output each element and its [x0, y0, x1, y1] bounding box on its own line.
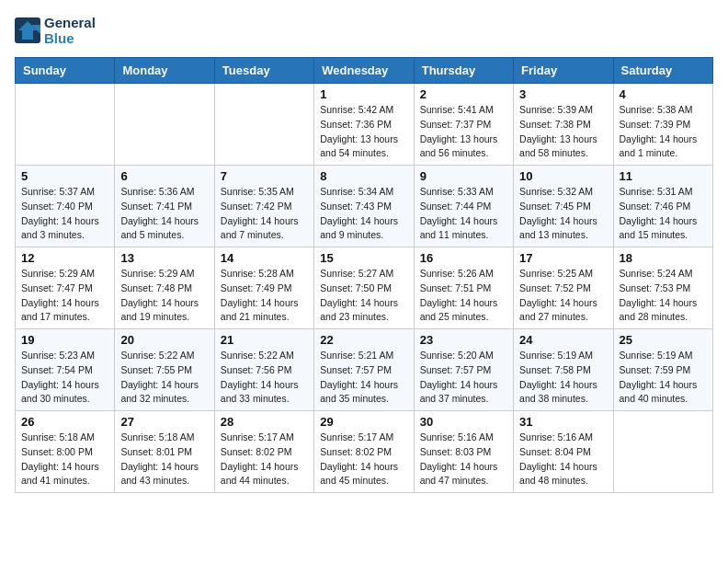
day-of-week-header: Sunday [16, 58, 115, 84]
logo-line1: General [44, 15, 96, 30]
day-number: 22 [320, 333, 407, 347]
day-number: 5 [21, 169, 108, 183]
day-info: Sunrise: 5:33 AM Sunset: 7:44 PM Dayligh… [420, 185, 507, 243]
calendar: SundayMondayTuesdayWednesdayThursdayFrid… [15, 57, 713, 493]
day-info: Sunrise: 5:29 AM Sunset: 7:47 PM Dayligh… [21, 267, 108, 325]
calendar-cell: 10Sunrise: 5:32 AM Sunset: 7:45 PM Dayli… [514, 166, 613, 247]
day-info: Sunrise: 5:21 AM Sunset: 7:57 PM Dayligh… [320, 349, 407, 407]
day-info: Sunrise: 5:34 AM Sunset: 7:43 PM Dayligh… [320, 185, 407, 243]
day-number: 23 [420, 333, 507, 347]
calendar-cell: 15Sunrise: 5:27 AM Sunset: 7:50 PM Dayli… [314, 247, 414, 329]
day-number: 29 [320, 415, 407, 429]
logo-icon [15, 17, 40, 43]
calendar-cell: 7Sunrise: 5:35 AM Sunset: 7:42 PM Daylig… [214, 166, 313, 247]
calendar-cell: 1Sunrise: 5:42 AM Sunset: 7:36 PM Daylig… [314, 84, 414, 166]
day-number: 10 [519, 169, 607, 183]
day-number: 7 [221, 169, 308, 183]
day-number: 1 [320, 87, 407, 101]
day-info: Sunrise: 5:24 AM Sunset: 7:53 PM Dayligh… [620, 267, 707, 325]
day-number: 16 [420, 251, 507, 265]
calendar-cell: 2Sunrise: 5:41 AM Sunset: 7:37 PM Daylig… [414, 84, 513, 166]
day-number: 11 [620, 169, 707, 183]
day-of-week-header: Tuesday [214, 58, 313, 84]
page-header: General Blue [15, 15, 713, 46]
calendar-cell: 25Sunrise: 5:19 AM Sunset: 7:59 PM Dayli… [613, 329, 712, 411]
calendar-cell: 5Sunrise: 5:37 AM Sunset: 7:40 PM Daylig… [16, 166, 115, 247]
calendar-cell: 18Sunrise: 5:24 AM Sunset: 7:53 PM Dayli… [613, 247, 712, 329]
calendar-cell: 14Sunrise: 5:28 AM Sunset: 7:49 PM Dayli… [214, 247, 313, 329]
day-number: 14 [221, 251, 308, 265]
calendar-cell: 26Sunrise: 5:18 AM Sunset: 8:00 PM Dayli… [16, 411, 115, 493]
day-number: 12 [21, 251, 108, 265]
calendar-cell: 9Sunrise: 5:33 AM Sunset: 7:44 PM Daylig… [414, 166, 513, 247]
day-info: Sunrise: 5:25 AM Sunset: 7:52 PM Dayligh… [519, 267, 607, 325]
day-number: 8 [320, 169, 407, 183]
day-info: Sunrise: 5:31 AM Sunset: 7:46 PM Dayligh… [620, 185, 707, 243]
calendar-cell: 28Sunrise: 5:17 AM Sunset: 8:02 PM Dayli… [214, 411, 313, 493]
day-number: 13 [120, 251, 208, 265]
calendar-week-row: 1Sunrise: 5:42 AM Sunset: 7:36 PM Daylig… [16, 84, 713, 166]
calendar-cell: 21Sunrise: 5:22 AM Sunset: 7:56 PM Dayli… [214, 329, 313, 411]
day-info: Sunrise: 5:22 AM Sunset: 7:56 PM Dayligh… [221, 349, 308, 407]
day-info: Sunrise: 5:38 AM Sunset: 7:39 PM Dayligh… [620, 103, 707, 161]
calendar-week-row: 12Sunrise: 5:29 AM Sunset: 7:47 PM Dayli… [16, 247, 713, 329]
day-info: Sunrise: 5:17 AM Sunset: 8:02 PM Dayligh… [320, 431, 407, 488]
day-info: Sunrise: 5:39 AM Sunset: 7:38 PM Dayligh… [519, 103, 607, 161]
calendar-cell: 3Sunrise: 5:39 AM Sunset: 7:38 PM Daylig… [514, 84, 613, 166]
day-info: Sunrise: 5:18 AM Sunset: 8:01 PM Dayligh… [120, 431, 208, 488]
calendar-cell: 6Sunrise: 5:36 AM Sunset: 7:41 PM Daylig… [115, 166, 214, 247]
calendar-cell: 12Sunrise: 5:29 AM Sunset: 7:47 PM Dayli… [16, 247, 115, 329]
day-info: Sunrise: 5:28 AM Sunset: 7:49 PM Dayligh… [221, 267, 308, 325]
day-info: Sunrise: 5:41 AM Sunset: 7:37 PM Dayligh… [420, 103, 507, 161]
day-number: 30 [420, 415, 507, 429]
calendar-cell: 22Sunrise: 5:21 AM Sunset: 7:57 PM Dayli… [314, 329, 414, 411]
day-number: 21 [221, 333, 308, 347]
day-info: Sunrise: 5:23 AM Sunset: 7:54 PM Dayligh… [21, 349, 108, 407]
days-of-week-row: SundayMondayTuesdayWednesdayThursdayFrid… [16, 58, 713, 84]
day-number: 24 [519, 333, 607, 347]
calendar-cell: 24Sunrise: 5:19 AM Sunset: 7:58 PM Dayli… [514, 329, 613, 411]
day-number: 20 [120, 333, 208, 347]
calendar-week-row: 26Sunrise: 5:18 AM Sunset: 8:00 PM Dayli… [16, 411, 713, 493]
calendar-cell [613, 411, 712, 493]
calendar-cell: 31Sunrise: 5:16 AM Sunset: 8:04 PM Dayli… [514, 411, 613, 493]
calendar-cell: 19Sunrise: 5:23 AM Sunset: 7:54 PM Dayli… [16, 329, 115, 411]
day-of-week-header: Monday [115, 58, 214, 84]
day-info: Sunrise: 5:16 AM Sunset: 8:03 PM Dayligh… [420, 431, 507, 488]
day-number: 2 [420, 87, 507, 101]
day-of-week-header: Thursday [414, 58, 513, 84]
day-info: Sunrise: 5:17 AM Sunset: 8:02 PM Dayligh… [221, 431, 308, 488]
calendar-cell: 20Sunrise: 5:22 AM Sunset: 7:55 PM Dayli… [115, 329, 214, 411]
day-info: Sunrise: 5:19 AM Sunset: 7:59 PM Dayligh… [620, 349, 707, 407]
day-info: Sunrise: 5:16 AM Sunset: 8:04 PM Dayligh… [519, 431, 607, 488]
calendar-week-row: 5Sunrise: 5:37 AM Sunset: 7:40 PM Daylig… [16, 166, 713, 247]
day-info: Sunrise: 5:27 AM Sunset: 7:50 PM Dayligh… [320, 267, 407, 325]
day-info: Sunrise: 5:42 AM Sunset: 7:36 PM Dayligh… [320, 103, 407, 161]
calendar-cell: 8Sunrise: 5:34 AM Sunset: 7:43 PM Daylig… [314, 166, 414, 247]
calendar-cell: 16Sunrise: 5:26 AM Sunset: 7:51 PM Dayli… [414, 247, 513, 329]
day-number: 15 [320, 251, 407, 265]
calendar-cell [214, 84, 313, 166]
day-number: 18 [620, 251, 707, 265]
calendar-cell: 23Sunrise: 5:20 AM Sunset: 7:57 PM Dayli… [414, 329, 513, 411]
day-info: Sunrise: 5:32 AM Sunset: 7:45 PM Dayligh… [519, 185, 607, 243]
day-of-week-header: Wednesday [314, 58, 414, 84]
day-number: 31 [519, 415, 607, 429]
day-info: Sunrise: 5:37 AM Sunset: 7:40 PM Dayligh… [21, 185, 108, 243]
day-info: Sunrise: 5:36 AM Sunset: 7:41 PM Dayligh… [120, 185, 208, 243]
day-number: 26 [21, 415, 108, 429]
calendar-cell: 4Sunrise: 5:38 AM Sunset: 7:39 PM Daylig… [613, 84, 712, 166]
calendar-cell: 29Sunrise: 5:17 AM Sunset: 8:02 PM Dayli… [314, 411, 414, 493]
day-info: Sunrise: 5:19 AM Sunset: 7:58 PM Dayligh… [519, 349, 607, 407]
logo: General Blue [15, 15, 96, 46]
calendar-cell: 27Sunrise: 5:18 AM Sunset: 8:01 PM Dayli… [115, 411, 214, 493]
day-number: 27 [120, 415, 208, 429]
calendar-cell: 13Sunrise: 5:29 AM Sunset: 7:48 PM Dayli… [115, 247, 214, 329]
day-number: 6 [120, 169, 208, 183]
calendar-cell: 11Sunrise: 5:31 AM Sunset: 7:46 PM Dayli… [613, 166, 712, 247]
day-info: Sunrise: 5:29 AM Sunset: 7:48 PM Dayligh… [120, 267, 208, 325]
calendar-cell [115, 84, 214, 166]
day-number: 19 [21, 333, 108, 347]
day-info: Sunrise: 5:35 AM Sunset: 7:42 PM Dayligh… [221, 185, 308, 243]
day-info: Sunrise: 5:20 AM Sunset: 7:57 PM Dayligh… [420, 349, 507, 407]
